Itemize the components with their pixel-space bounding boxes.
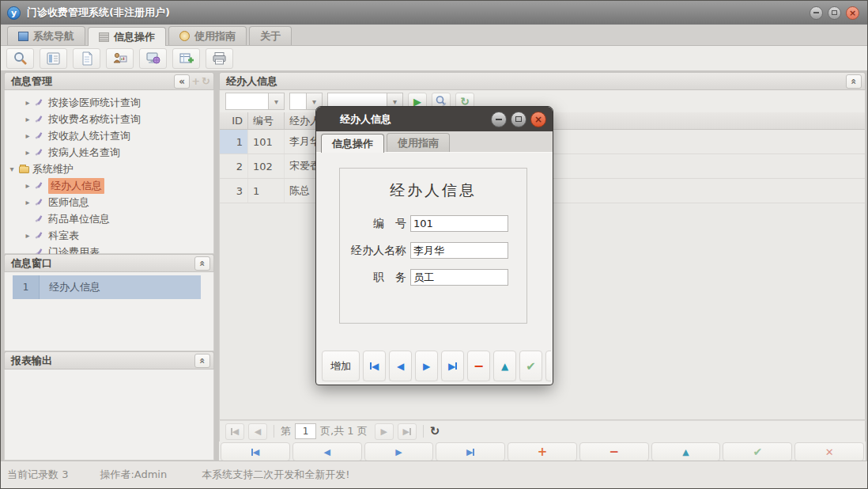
tree-item-query-by-patient-name[interactable]: ▸ 按病人姓名查询: [5, 144, 213, 161]
page-number-input[interactable]: [295, 423, 316, 439]
record-delete-button[interactable]: −: [579, 442, 649, 461]
form-heading: 经办人信息: [340, 180, 526, 201]
record-edit-button[interactable]: ▲: [651, 442, 721, 461]
record-confirm-button[interactable]: ✔: [723, 442, 792, 461]
record-cancel-button[interactable]: ✕: [794, 442, 864, 461]
dialog-minimize-icon[interactable]: [491, 112, 507, 127]
pager-refresh-icon[interactable]: ↻: [430, 424, 440, 438]
position-field[interactable]: [410, 269, 508, 286]
printer-button[interactable]: [206, 48, 233, 69]
tree-item-query-by-doctor[interactable]: ▸ 按接诊医师统计查询: [5, 94, 213, 111]
tree-item-system-maintenance[interactable]: ▾ 系统维护: [5, 161, 213, 177]
refresh-icon[interactable]: ↻: [202, 75, 210, 87]
record-add-button[interactable]: +: [508, 442, 577, 461]
page-next-button[interactable]: ▶: [375, 423, 394, 440]
filter-input-2[interactable]: [289, 93, 306, 110]
column-header-id[interactable]: ID: [220, 112, 248, 129]
collapse-section-icon[interactable]: «: [194, 354, 210, 368]
grid-icon: [99, 32, 109, 42]
dialog-window-controls: ×: [491, 112, 546, 127]
collapse-section-icon[interactable]: «: [194, 256, 210, 271]
list-item[interactable]: 1 经办人信息: [13, 275, 201, 299]
add-icon[interactable]: +: [191, 75, 200, 87]
dialog-last-button[interactable]: ▶: [441, 351, 464, 381]
dialog-title: 经办人信息: [340, 112, 391, 127]
dialog-titlebar[interactable]: 经办人信息 ×: [316, 107, 553, 131]
cell-number: 1: [248, 179, 285, 203]
dialog-body: 经办人信息 编 号 经办人名称 职 务 增加 ◀ ◀ ▶: [316, 153, 553, 386]
table-add-button[interactable]: [172, 48, 200, 69]
collapse-panel-icon[interactable]: «: [174, 74, 190, 89]
tab-user-guide[interactable]: 使用指南: [168, 26, 247, 45]
tool-icon: [33, 231, 46, 241]
filter-input-1[interactable]: [225, 93, 268, 110]
form-view-button[interactable]: [40, 48, 67, 69]
column-header-number[interactable]: 编号: [248, 112, 285, 129]
check-icon: ✔: [753, 445, 762, 458]
expand-icon[interactable]: ▸: [22, 231, 33, 240]
collapse-panel-icon[interactable]: «: [846, 74, 862, 89]
record-nav-toolbar: ◀ ◀ ▶ ▶ + − ▲ ✔ ✕: [219, 442, 866, 462]
user-report-button[interactable]: [106, 48, 134, 69]
tree-item-query-by-fee-name[interactable]: ▸ 按收费名称统计查询: [5, 111, 213, 127]
page-first-button[interactable]: ◀: [225, 423, 244, 440]
number-field[interactable]: [410, 215, 508, 232]
document-button[interactable]: [73, 48, 100, 69]
tab-system-nav[interactable]: 系统导航: [7, 26, 85, 45]
tree-item-agent-info[interactable]: ▸ 经办人信息: [5, 177, 213, 194]
up-triangle-icon: ▲: [682, 447, 689, 457]
record-prev-button[interactable]: ◀: [292, 442, 362, 461]
tab-about[interactable]: 关于: [249, 26, 292, 45]
record-last-button[interactable]: ▶: [436, 442, 505, 461]
dialog-tab-info-operation[interactable]: 信息操作: [321, 134, 384, 153]
collapse-icon[interactable]: ▾: [6, 165, 17, 173]
monitor-globe-button[interactable]: [139, 48, 167, 69]
info-mgmt-header: 信息管理 « + ↻: [4, 72, 214, 90]
last-icon: ▶: [466, 448, 474, 457]
last-icon: ▶: [448, 362, 457, 371]
tree-item-doctor-info[interactable]: ▸ 医师信息: [5, 194, 213, 210]
expand-icon[interactable]: ▸: [22, 131, 33, 140]
close-icon[interactable]: ×: [846, 6, 859, 20]
dialog-confirm-button[interactable]: ✔: [519, 351, 542, 381]
tool-icon: [33, 98, 46, 108]
maximize-glyph: [515, 116, 522, 122]
prev-page-icon: ◀: [255, 427, 261, 436]
tree-item-drug-unit-info[interactable]: 药品单位信息: [5, 210, 213, 227]
tab-label: 信息操作: [114, 30, 155, 44]
dropdown-icon[interactable]: ▾: [268, 93, 285, 110]
dialog-edit-button[interactable]: ▲: [493, 351, 516, 381]
dialog-delete-button[interactable]: −: [467, 351, 490, 381]
agent-name-field[interactable]: [410, 242, 508, 259]
minimize-icon[interactable]: [810, 6, 823, 20]
expand-icon[interactable]: ▸: [22, 115, 33, 123]
record-first-button[interactable]: ◀: [221, 442, 290, 461]
page-last-button[interactable]: ▶: [398, 423, 417, 440]
expand-icon[interactable]: ▸: [22, 198, 33, 207]
position-label: 职 务: [346, 271, 406, 285]
folder-icon: [17, 165, 30, 173]
tool-icon: [33, 115, 46, 124]
tree-item-department-table[interactable]: ▸ 科室表: [5, 227, 213, 244]
first-icon: ◀: [370, 362, 379, 371]
tree-item-query-by-payee[interactable]: ▸ 按收款人统计查询: [5, 127, 213, 144]
dialog-prev-button[interactable]: ◀: [389, 351, 412, 381]
expand-icon[interactable]: ▸: [22, 148, 33, 157]
dialog-next-button[interactable]: ▶: [415, 351, 438, 381]
minus-icon: −: [474, 358, 484, 373]
dialog-close-icon[interactable]: ×: [530, 112, 546, 127]
search-button[interactable]: [6, 48, 34, 69]
expand-icon[interactable]: ▸: [22, 181, 33, 190]
tab-label: 系统导航: [33, 29, 74, 44]
dialog-maximize-icon[interactable]: [511, 112, 526, 127]
dialog-tab-user-guide[interactable]: 使用指南: [387, 133, 450, 152]
tab-info-operation[interactable]: 信息操作: [88, 27, 166, 46]
maximize-icon[interactable]: [828, 6, 841, 20]
expand-icon[interactable]: ▸: [22, 98, 33, 107]
dialog-first-button[interactable]: ◀: [363, 351, 386, 381]
dialog-clipped-button[interactable]: [545, 351, 551, 381]
record-next-button[interactable]: ▶: [364, 442, 434, 461]
add-button[interactable]: 增加: [322, 351, 360, 381]
maximize-glyph: [832, 10, 837, 15]
page-prev-button[interactable]: ◀: [248, 423, 267, 440]
